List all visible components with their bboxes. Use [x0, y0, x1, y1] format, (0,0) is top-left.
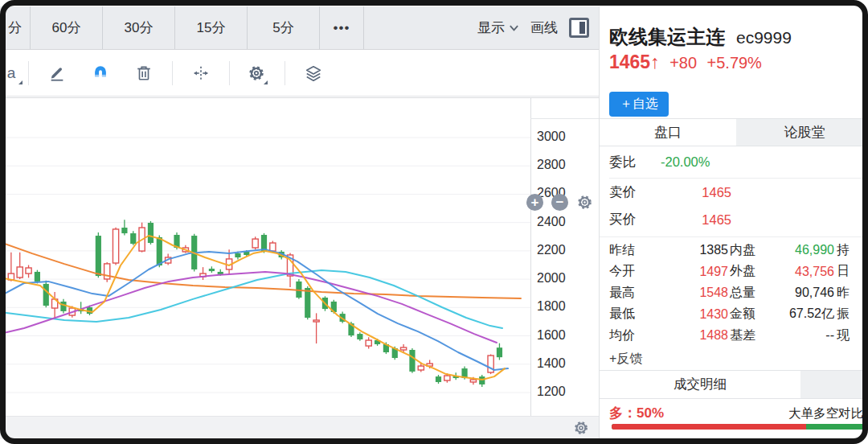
long-short-bar	[612, 424, 868, 430]
price-axis-label: 2000	[537, 271, 585, 286]
candlestick-chart[interactable]	[0, 97, 599, 416]
divider	[172, 61, 173, 85]
long-percentage: 多：50%	[609, 404, 664, 422]
ask-row: 卖价 1465	[609, 179, 863, 206]
add-watchlist-button[interactable]: ＋自选	[609, 92, 669, 117]
magnet-snap-icon[interactable]	[90, 63, 111, 84]
chevron-down-icon	[509, 23, 519, 33]
price-axis-label: 3000	[537, 130, 585, 144]
zoom-in-button[interactable]: +	[526, 194, 543, 211]
zoom-out-button[interactable]: −	[551, 194, 568, 211]
divider	[600, 236, 868, 237]
stats-row: 昨结1385 内盘46,990 持	[609, 240, 868, 261]
last-price: 1465↑	[609, 51, 660, 72]
timeframe-tab-cut[interactable]: 分	[0, 6, 31, 49]
instrument-code: ec9999	[736, 28, 792, 47]
long-bar-fill	[612, 424, 806, 430]
stats-row: 今开1497 外盘43,756 日	[609, 261, 868, 283]
tab-forum[interactable]: 论股堂	[736, 119, 868, 146]
text-annotation-tool[interactable]: a	[1, 63, 22, 84]
price-axis-label: 2800	[537, 158, 585, 172]
timeframe-toolbar: 分 60分 30分 15分 5分 ••• 显示 画线	[0, 6, 599, 50]
pencil-icon[interactable]	[47, 63, 68, 84]
long-short-compare-label: 大单多空对比	[788, 405, 863, 422]
price-row: 1465↑ +80 +5.79%	[609, 51, 762, 73]
detail-tab-bar: 成交明细	[600, 370, 868, 399]
stats-row: 最低1430 金额67.52亿 振	[609, 304, 868, 326]
weibi-value: -20.00%	[661, 154, 710, 170]
bid-label: 买价	[609, 211, 651, 228]
tab-order-book[interactable]: 盘口	[600, 119, 736, 146]
toolbar-spacer	[364, 6, 477, 49]
settings-gear-icon[interactable]	[246, 63, 267, 84]
price-axis-label: 1200	[537, 384, 585, 399]
sentiment-row: 多：50% 大单多空对比	[609, 404, 863, 422]
instrument-name: 欧线集运主连ec9999	[609, 24, 792, 50]
stats-row: 最高1548 总量90,746 昨	[609, 282, 868, 304]
divider	[285, 61, 285, 85]
drawing-toolbar: a	[0, 51, 599, 97]
trash-icon[interactable]	[133, 63, 154, 84]
divider	[229, 61, 230, 85]
display-dropdown[interactable]: 显示	[477, 18, 519, 37]
horizontal-spread-icon[interactable]	[190, 63, 211, 84]
price-axis-label: 2400	[537, 215, 585, 229]
price-axis-label: 1400	[537, 356, 585, 371]
weibi-label: 委比	[609, 154, 651, 171]
bid-value: 1465	[651, 212, 731, 228]
price-axis-label: 1600	[537, 328, 585, 343]
timeframe-tab-5min[interactable]: 5分	[248, 6, 320, 49]
timeframe-tab-15min[interactable]: 15分	[175, 6, 248, 49]
draw-line-button[interactable]: 画线	[530, 18, 558, 37]
timeframe-tab-30min[interactable]: 30分	[103, 6, 175, 49]
layers-icon[interactable]	[303, 63, 324, 84]
timeframe-more-button[interactable]: •••	[320, 6, 364, 49]
chart-time-axis-strip	[0, 416, 599, 439]
price-change-pct: +5.79%	[707, 54, 762, 72]
stats-grid: 昨结1385 内盘46,990 持 今开1497 外盘43,756 日 最高15…	[609, 240, 868, 347]
tab-trade-detail[interactable]: 成交明细	[600, 371, 800, 398]
panel-tab-bar: 盘口 论股堂	[600, 118, 868, 146]
stats-row: 均价1488 基差-- 现	[609, 325, 868, 347]
feedback-link[interactable]: +反馈	[609, 351, 642, 368]
bottom-settings-gear-icon[interactable]	[573, 420, 589, 436]
divider	[28, 61, 29, 85]
chart-settings-gear-icon[interactable]	[576, 194, 593, 211]
side-panel-toggle-icon[interactable]	[569, 18, 589, 38]
timeframe-tab-60min[interactable]: 60分	[31, 6, 103, 49]
quote-panel: 欧线集运主连ec9999 1465↑ +80 +5.79% ＋自选 盘口 论股堂…	[599, 6, 868, 439]
candlestick-chart-pane[interactable]: + − 300028002600240022002000180016001400…	[0, 97, 599, 416]
ask-value: 1465	[651, 185, 731, 200]
trading-app-window: 分 60分 30分 15分 5分 ••• 显示 画线 a	[0, 0, 868, 444]
price-change: +80	[669, 54, 697, 72]
ask-label: 卖价	[609, 183, 651, 201]
weibi-row: 委比 -20.00%	[609, 146, 863, 179]
price-axis-label: 1800	[537, 299, 585, 314]
price-axis-label: 2200	[537, 243, 585, 257]
bid-row: 买价 1465	[609, 206, 863, 233]
